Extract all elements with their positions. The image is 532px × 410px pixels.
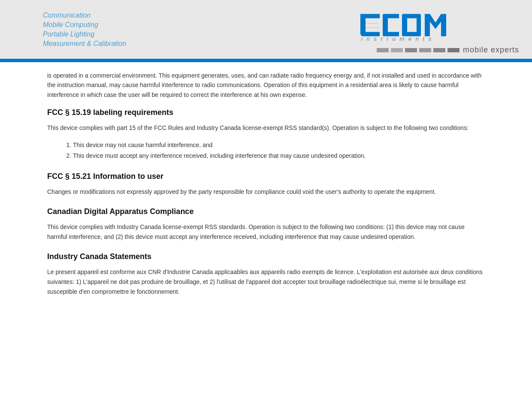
nav-link-communication[interactable]: Communication — [43, 12, 126, 19]
color-bar-2 — [405, 48, 417, 52]
section-heading-fcc-15-21: FCC § 15.21 Information to user — [47, 172, 485, 181]
main-content: is operated in a commercial environment.… — [0, 62, 532, 324]
section-fcc-15-21: FCC § 15.21 Information to userChanges o… — [47, 172, 485, 197]
color-bar-4 — [433, 48, 445, 52]
header-logo-area: i n s t r u m e n t s mobile experts — [356, 4, 519, 54]
section-industry-canada: Industry Canada StatementsLe present app… — [47, 252, 485, 297]
svg-rect-1 — [407, 18, 417, 32]
intro-paragraph: is operated in a commercial environment.… — [47, 71, 485, 99]
list-item-0: This device may not cause harmful interf… — [73, 140, 485, 151]
color-bars — [377, 48, 459, 52]
svg-text:i n s t r u m e n t s: i n s t r u m e n t s — [361, 36, 432, 42]
section-heading-fcc-15-19: FCC § 15.19 labeling requirements — [47, 108, 485, 117]
color-bar-0 — [377, 48, 389, 52]
nav-link-mobile-computing[interactable]: Mobile Computing — [43, 21, 126, 29]
mobile-experts-area: mobile experts — [377, 45, 519, 54]
svg-rect-0 — [366, 24, 378, 28]
section-list-fcc-15-19: This device may not cause harmful interf… — [73, 140, 485, 161]
color-bar-1 — [391, 48, 403, 52]
header-navigation: CommunicationMobile ComputingPortable Li… — [43, 12, 126, 48]
color-bar-3 — [419, 48, 431, 52]
ecom-logo: i n s t r u m e n t s — [356, 4, 519, 43]
section-fcc-15-19: FCC § 15.19 labeling requirementsThis de… — [47, 108, 485, 161]
nav-link-portable-lighting[interactable]: Portable Lighting — [43, 30, 126, 38]
sections-container: FCC § 15.19 labeling requirementsThis de… — [47, 108, 485, 297]
list-item-1: This device must accept any interference… — [73, 151, 485, 161]
color-bar-5 — [447, 48, 459, 52]
section-paragraph-fcc-15-19: This device complies with part 15 of the… — [47, 123, 485, 133]
section-paragraph-fcc-15-21: Changes or modifications not expressly a… — [47, 187, 485, 197]
header: CommunicationMobile ComputingPortable Li… — [0, 0, 532, 60]
nav-link-measurement-and-calibration[interactable]: Measurement & Calibration — [43, 40, 126, 48]
mobile-experts-text: mobile experts — [463, 45, 519, 54]
section-heading-industry-canada: Industry Canada Statements — [47, 252, 485, 261]
section-paragraph-industry-canada: Le present appareil est conforme aux CNR… — [47, 267, 485, 297]
section-canadian-digital: Canadian Digital Apparatus ComplianceThi… — [47, 207, 485, 242]
section-heading-canadian-digital: Canadian Digital Apparatus Compliance — [47, 207, 485, 216]
section-paragraph-canadian-digital: This device complies with Industry Canad… — [47, 222, 485, 242]
